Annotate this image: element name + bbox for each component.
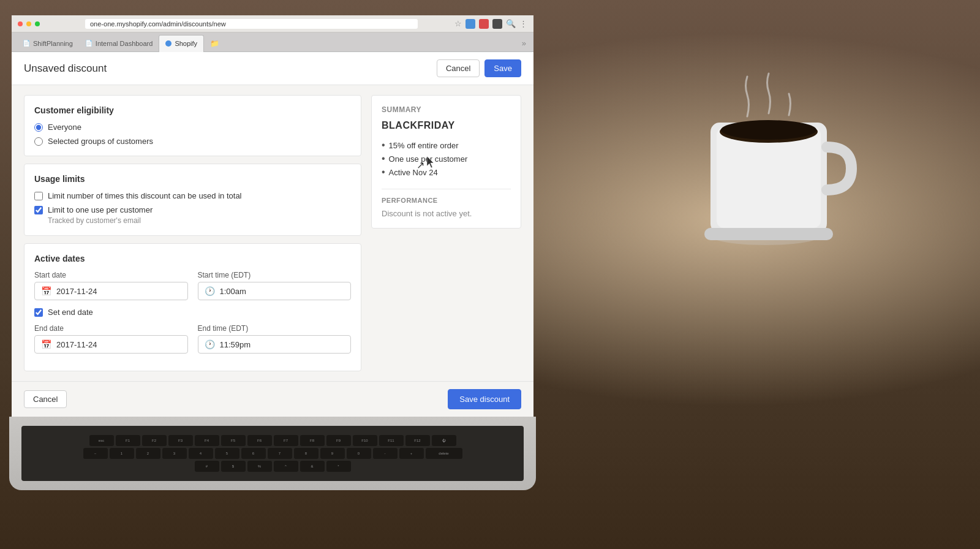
browser-window: one-one.myshopify.com/admin/discounts/ne… [12, 15, 533, 417]
checkbox-limit-per-customer-label: Limit to one use per customer [48, 205, 153, 214]
performance-text: Discount is not active yet. [382, 209, 511, 218]
radio-selected-groups[interactable]: Selected groups of customers [34, 137, 351, 146]
save-discount-button[interactable]: Save discount [448, 389, 521, 409]
key-f12: F12 [405, 435, 430, 446]
summary-items-list: 15% off entire order One use per custome… [382, 138, 511, 179]
set-end-date-label[interactable]: Set end date [48, 308, 93, 317]
key-delete: delete [426, 448, 462, 459]
key-f8: F8 [300, 435, 325, 446]
tab-internal-dashboard[interactable]: 📄 Internal Dashboard [79, 35, 159, 52]
key-f3: F3 [168, 435, 193, 446]
key-5: 5 [215, 448, 239, 459]
start-time-input[interactable]: 🕐 1:00am [198, 282, 352, 300]
left-panel: Customer eligibility Everyone Selected g… [24, 95, 361, 371]
discount-code: BLACKFRIDAY [382, 120, 511, 131]
performance-title: PERFORMANCE [382, 189, 511, 204]
url-bar[interactable]: one-one.myshopify.com/admin/discounts/ne… [85, 19, 418, 29]
end-time-value: 11:59pm [220, 340, 251, 349]
cancel-button-bottom[interactable]: Cancel [24, 390, 67, 408]
tab-label-shopify: Shopify [175, 40, 197, 47]
key-7: 7 [268, 448, 292, 459]
key-4: 4 [189, 448, 213, 459]
page-header: Unsaved discount Cancel Save [12, 52, 533, 85]
active-dates-card: Active dates Start date 📅 2017-11-24 [24, 243, 361, 371]
key-hash: # [195, 461, 219, 472]
key-percent: % [247, 461, 272, 472]
tracked-by-label: Tracked by customer's email [34, 214, 351, 225]
key-9: 9 [320, 448, 345, 459]
calendar-icon-start: 📅 [41, 286, 51, 296]
customer-eligibility-title: Customer eligibility [34, 105, 351, 115]
page-title: Unsaved discount [24, 62, 107, 75]
set-end-date-checkbox[interactable] [34, 308, 43, 317]
tab-icon-shift: 📄 [23, 40, 30, 47]
key-3: 3 [162, 448, 187, 459]
tab-shopify[interactable]: Shopify [159, 35, 204, 52]
tab-folder[interactable]: 📁 [204, 35, 225, 52]
checkbox-limit-total[interactable]: Limit number of times this discount can … [34, 191, 351, 200]
start-date-input[interactable]: 📅 2017-11-24 [34, 282, 188, 300]
end-time-input[interactable]: 🕐 11:59pm [198, 335, 352, 354]
footer-actions: Cancel Save discount [12, 381, 533, 417]
coffee-mug-decoration [686, 61, 858, 260]
key-power: ⏻ [432, 435, 456, 446]
start-time-value: 1:00am [220, 287, 246, 296]
browser-address-bar: one-one.myshopify.com/admin/discounts/ne… [12, 15, 533, 32]
tab-dot-shopify [165, 40, 172, 47]
summary-title: Summary [382, 105, 511, 114]
laptop-keyboard: esc F1 F2 F3 F4 F5 F6 F7 F8 F9 F10 F11 F… [9, 417, 536, 490]
usage-limits-checkboxes: Limit number of times this discount can … [34, 191, 351, 225]
radio-everyone[interactable]: Everyone [34, 123, 351, 132]
key-star: * [326, 461, 351, 472]
customer-eligibility-card: Customer eligibility Everyone Selected g… [24, 95, 361, 156]
checkbox-limit-per-customer-input[interactable] [34, 206, 43, 214]
menu-icon[interactable]: ⋮ [519, 19, 527, 28]
tab-label-shift: ShiftPlanning [33, 40, 73, 47]
key-amp: & [300, 461, 325, 472]
end-time-field: End time (EDT) 🕐 11:59pm [198, 324, 352, 354]
checkbox-limit-total-input[interactable] [34, 192, 43, 200]
tab-icon-internal: 📄 [85, 40, 92, 47]
key-plus: + [399, 448, 424, 459]
browser-tabs: 📄 ShiftPlanning 📄 Internal Dashboard Sho… [12, 32, 533, 52]
key-esc: esc [89, 435, 114, 446]
cancel-button-top[interactable]: Cancel [437, 59, 480, 77]
star-icon[interactable]: ☆ [454, 19, 462, 28]
key-f10: F10 [353, 435, 377, 446]
expand-tabs-icon[interactable]: » [519, 36, 529, 50]
end-date-label: End date [34, 324, 188, 333]
key-f11: F11 [379, 435, 404, 446]
end-date-row: End date 📅 2017-11-24 End time (EDT) 🕐 [34, 324, 351, 354]
usage-limits-card: Usage limits Limit number of times this … [24, 164, 361, 236]
extension-icon-2 [479, 19, 489, 29]
save-button-top[interactable]: Save [484, 59, 521, 77]
key-0: 0 [347, 448, 371, 459]
tab-shift-planning[interactable]: 📄 ShiftPlanning [17, 35, 79, 52]
shopify-admin-content: Unsaved discount Cancel Save Customer el… [12, 52, 533, 417]
start-date-label: Start date [34, 271, 188, 279]
checkbox-limit-total-label: Limit number of times this discount can … [48, 191, 242, 200]
start-date-value: 2017-11-24 [56, 287, 97, 296]
checkbox-limit-per-customer[interactable]: Limit to one use per customer [34, 205, 351, 214]
end-date-input[interactable]: 📅 2017-11-24 [34, 335, 188, 354]
extension-icon-1 [466, 19, 475, 29]
svg-point-4 [721, 120, 816, 140]
key-f4: F4 [195, 435, 219, 446]
clock-icon-end: 🕐 [205, 339, 215, 349]
radio-selected-groups-input[interactable] [34, 137, 43, 146]
key-6: 6 [241, 448, 266, 459]
start-date-field: Start date 📅 2017-11-24 [34, 271, 188, 300]
keyboard-keys-display: esc F1 F2 F3 F4 F5 F6 F7 F8 F9 F10 F11 F… [21, 426, 524, 481]
key-8: 8 [294, 448, 318, 459]
key-f7: F7 [274, 435, 298, 446]
end-date-value: 2017-11-24 [56, 340, 97, 349]
zoom-icon[interactable]: 🔍 [506, 19, 516, 28]
key-f9: F9 [326, 435, 351, 446]
radio-everyone-input[interactable] [34, 123, 43, 132]
key-f1: F1 [116, 435, 140, 446]
radio-selected-groups-label: Selected groups of customers [48, 137, 153, 146]
key-1: 1 [110, 448, 134, 459]
main-content: Customer eligibility Everyone Selected g… [12, 85, 533, 381]
right-panel: Summary BLACKFRIDAY 15% off entire order… [371, 95, 521, 371]
summary-item-2: Active Nov 24 [382, 165, 511, 179]
